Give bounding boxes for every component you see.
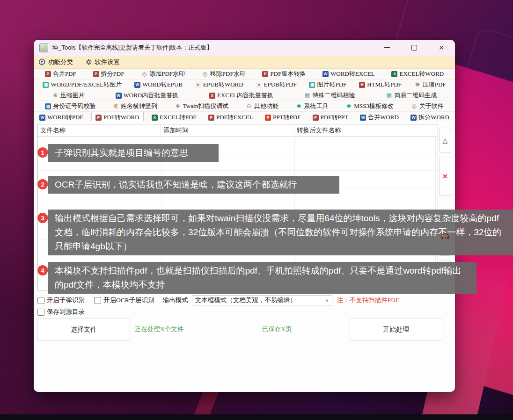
remove-pdf-watermark-icon: ◎	[202, 71, 208, 77]
checkbox-box	[37, 309, 44, 316]
epub-to-word-button[interactable]: eEPUB转WORD	[195, 80, 243, 89]
word-to-excel-button[interactable]: WWORD转EXCEL	[322, 70, 375, 78]
word-to-epub-button[interactable]: WWORD转EPUB	[134, 80, 183, 89]
toolbar-item-label: EXCEL转WORD	[399, 70, 444, 78]
output-mode-select[interactable]: 文本框模式（文档美观，不易编辑） ∨	[192, 295, 332, 305]
merge-pdf-icon: P	[45, 71, 51, 77]
image-to-pdf-icon: ▣	[309, 82, 315, 88]
toolbar-item-label: WORD/PDF/EXCEL转图片	[51, 80, 122, 89]
clear-list-icon	[441, 233, 449, 239]
excel-batch-replace-button[interactable]: XEXCEL内容批量替换	[209, 91, 273, 100]
scan-pdf-note: 注：不支持扫描件PDF	[337, 296, 399, 304]
tab-label: PDF转WORD	[103, 113, 139, 122]
window-title: 坤_Tools【软件完全离线|更新请看关于软件|版本：正式版】	[52, 43, 213, 52]
close-icon: ✕	[439, 44, 444, 51]
save-option-row: 保存到源目录	[37, 307, 85, 317]
column-header[interactable]: 文	[435, 124, 438, 136]
name-horizontal-to-vertical-icon: 名	[113, 103, 119, 109]
simple-qrcode-generate-icon: ▦	[386, 92, 392, 99]
merge-pdf-button[interactable]: P合并PDF	[45, 70, 76, 78]
toolbar: P合并PDFP拆分PDF◎添加PDF水印◎移除PDF水印PPDF版本转换WWOR…	[34, 69, 455, 123]
delete-selected-button[interactable]: ✕	[439, 157, 451, 196]
word-batch-replace-button[interactable]: WWORD内容批量替换	[116, 91, 179, 100]
save-to-source-checkbox[interactable]: 保存到源目录	[37, 308, 85, 316]
checkbox-label: 保存到源目录	[47, 308, 85, 316]
tab-label: 合并WORD	[368, 113, 399, 122]
twain-scanner-debug-icon: ❖	[175, 103, 181, 109]
other-functions-button[interactable]: ⊙其他功能	[246, 102, 278, 110]
checkbox-label: 开启子弹识别	[47, 296, 85, 304]
excel-to-word-button[interactable]: XEXCEL转WORD	[391, 70, 444, 78]
category-icon	[38, 58, 45, 65]
callout-text-box: 输出模式根据自己需求选择即可，如果对twain扫描仪没需求，尽量用64位的坤to…	[48, 210, 513, 255]
delete-selected-icon: ✕	[442, 173, 448, 181]
id-number-verify-button[interactable]: ▤身份证号码校验	[45, 102, 95, 110]
checkbox-box	[94, 297, 101, 304]
start-processing-button[interactable]: 开始处理	[350, 319, 442, 341]
toolbar-item-label: 合并PDF	[53, 70, 76, 78]
toolbar-item-label: 简易二维码生成	[394, 91, 437, 100]
toolbar-item-label: PDF版本转换	[270, 70, 306, 78]
tab-label: 拆分WORD	[418, 113, 449, 122]
maximize-button[interactable]	[401, 40, 428, 56]
checkbox-label: 开启OCR子层识别	[103, 296, 154, 304]
add-pdf-watermark-icon: ◎	[141, 71, 147, 77]
about-software-icon: ◎	[411, 103, 418, 109]
menu-function-categories[interactable]: 功能分类	[38, 58, 73, 66]
callout-text-box: 本模块不支持扫描件pdf，也就是扫描仪扫描后的pdf、手机拍照转成的pdf、只要…	[48, 262, 476, 294]
toolbar-item-label: 身份证号码校验	[53, 102, 95, 110]
ppt-to-pdf-icon: P	[265, 115, 271, 121]
ocr-sublayer-checkbox[interactable]: 开启OCR子层识别	[94, 296, 154, 304]
callout-badge: 4	[37, 265, 48, 275]
name-horizontal-to-vertical-button[interactable]: 名姓名横转竖列	[113, 102, 157, 110]
mss3-template-edit-button[interactable]: ✱MSS3模板修改	[345, 102, 394, 110]
column-header[interactable]: 文件名称	[38, 124, 161, 136]
move-up-button[interactable]: △	[439, 128, 451, 153]
office-to-image-button[interactable]: ▣WORD/PDF/EXCEL转图片	[43, 80, 122, 89]
about-software-button[interactable]: ◎关于软件	[411, 102, 444, 110]
pdf-version-convert-button[interactable]: PPDF版本转换	[262, 70, 306, 78]
image-to-pdf-button[interactable]: ▣图片转PDF	[309, 80, 346, 89]
add-pdf-watermark-button[interactable]: ◎添加PDF水印	[141, 70, 185, 78]
menu-software-settings[interactable]: 软件设置	[85, 58, 120, 66]
desktop: 坤_Tools【软件完全离线|更新请看关于软件|版本：正式版】 ✕ 功能分类 软…	[0, 0, 513, 420]
special-qrcode-verify-button[interactable]: ▦特殊二维码校验	[304, 91, 355, 100]
split-pdf-button[interactable]: P拆分PDF	[93, 70, 125, 78]
word-to-epub-icon: W	[134, 82, 140, 88]
twain-scanner-debug-button[interactable]: ❖Twain扫描仪调试	[175, 102, 228, 110]
office-to-image-icon: ▣	[43, 82, 49, 88]
word-to-pdf-icon: W	[39, 115, 45, 121]
compress-pdf-button[interactable]: ❋压缩PDF	[414, 80, 446, 89]
other-functions-icon: ⊙	[246, 103, 252, 109]
callout-badge: 3	[37, 213, 48, 223]
column-header[interactable]: 添加时间	[161, 124, 294, 136]
close-button[interactable]: ✕	[428, 40, 455, 56]
toolbar-item-label: 系统工具	[304, 102, 329, 110]
tab-label: EXCEL转PDF	[160, 113, 197, 122]
toolbar-row: ▣WORD/PDF/EXCEL转图片WWORD转EPUBeEPUB转WORDeE…	[34, 79, 455, 90]
options-row: 开启子弹识别 开启OCR子层识别 输出模式 文本框模式（文档美观，不易编辑） ∨…	[37, 295, 399, 306]
remove-pdf-watermark-button[interactable]: ◎移除PDF水印	[202, 70, 246, 78]
toolbar-item-label: 图片转PDF	[317, 80, 346, 89]
compress-image-button[interactable]: ❋压缩图片	[52, 91, 85, 100]
toolbar-item-label: 姓名横转竖列	[121, 102, 157, 110]
pdf-version-convert-icon: P	[262, 71, 268, 77]
minimize-button[interactable]	[374, 40, 401, 56]
simple-qrcode-generate-button[interactable]: ▦简易二维码生成	[386, 91, 437, 100]
excel-batch-replace-icon: X	[209, 93, 215, 99]
toolbar-item-label: 移除PDF水印	[210, 70, 246, 78]
epub-to-pdf-icon: e	[256, 82, 262, 88]
bullet-recognition-checkbox[interactable]: 开启子弹识别	[37, 296, 85, 304]
tab-label: PPT转PDF	[273, 113, 300, 122]
id-number-verify-icon: ▤	[45, 103, 51, 109]
output-mode-value: 文本框模式（文档美观，不易编辑）	[195, 296, 296, 304]
window-controls: ✕	[374, 40, 455, 56]
column-header[interactable]: 转换后文件名称	[294, 124, 435, 136]
checkbox-box	[37, 297, 44, 304]
title-bar[interactable]: 坤_Tools【软件完全离线|更新请看关于软件|版本：正式版】 ✕	[34, 40, 455, 56]
epub-to-pdf-button[interactable]: eEPUB转PDF	[256, 80, 297, 89]
pdf-to-word-icon: P	[95, 115, 102, 121]
system-tools-button[interactable]: ✱系统工具	[296, 102, 329, 110]
html-to-pdf-button[interactable]: HHTML转PDF	[359, 80, 402, 89]
select-files-button[interactable]: 选择文件	[37, 319, 130, 341]
